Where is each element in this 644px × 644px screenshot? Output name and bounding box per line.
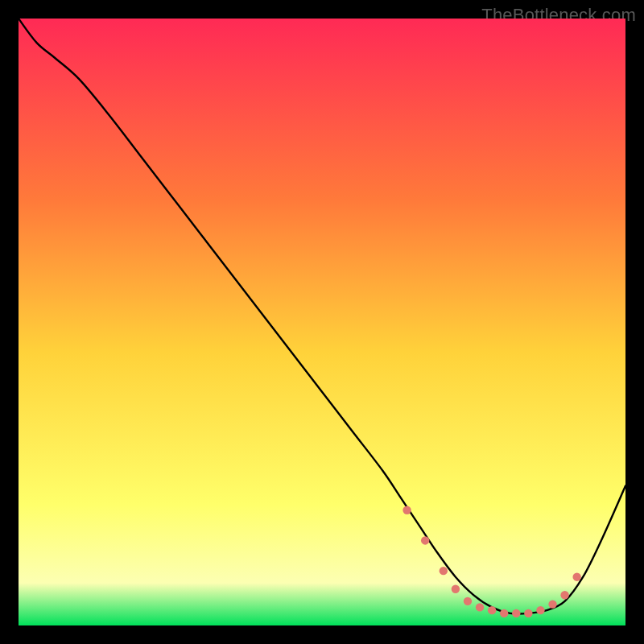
svg-point-4 [452,585,460,593]
svg-point-8 [500,609,508,617]
svg-point-14 [572,572,580,580]
svg-point-1 [402,506,411,514]
svg-point-9 [512,609,520,617]
chart-svg [19,19,625,625]
svg-point-3 [440,567,448,575]
svg-point-12 [548,600,556,608]
svg-point-13 [560,591,568,599]
plot-area [19,19,625,625]
svg-point-6 [476,603,484,611]
chart-container: TheBottleneck.com [0,0,644,644]
svg-point-11 [536,606,544,614]
svg-point-10 [524,609,532,617]
svg-rect-0 [19,19,625,625]
svg-point-2 [421,536,429,544]
svg-point-7 [488,606,496,614]
svg-point-5 [464,597,472,605]
